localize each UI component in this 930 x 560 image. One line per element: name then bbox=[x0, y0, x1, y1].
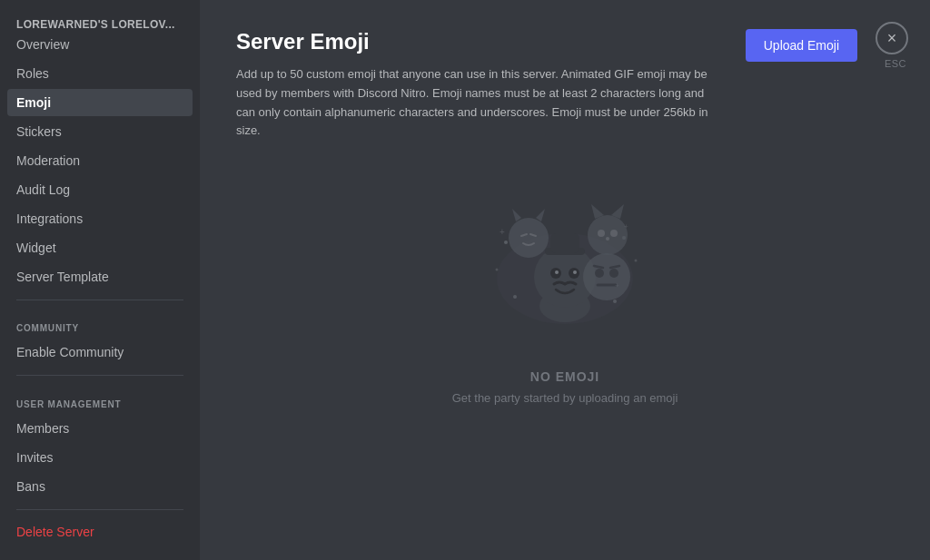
empty-subtitle: Get the party started by uploading an em… bbox=[452, 391, 678, 405]
sidebar-item-delete-server[interactable]: Delete Server bbox=[7, 518, 193, 545]
sidebar-item-audit-log[interactable]: Audit Log bbox=[7, 176, 193, 203]
svg-marker-8 bbox=[512, 209, 521, 221]
svg-point-1 bbox=[504, 241, 508, 244]
esc-label: ESC bbox=[885, 58, 906, 69]
svg-point-26 bbox=[583, 253, 630, 300]
emoji-svg: + + + bbox=[474, 170, 656, 351]
svg-point-27 bbox=[595, 269, 604, 278]
empty-title: NO EMOJI bbox=[530, 369, 599, 384]
svg-text:+: + bbox=[500, 227, 505, 237]
svg-point-17 bbox=[606, 237, 609, 241]
svg-point-12 bbox=[588, 215, 628, 255]
empty-state: + + + NO EMOJI Get the party started by … bbox=[236, 170, 894, 405]
sidebar: LOREWARNED'S LORELOV... Overview Roles E… bbox=[0, 0, 200, 560]
svg-text:+: + bbox=[624, 222, 628, 231]
sidebar-item-integrations[interactable]: Integrations bbox=[7, 205, 193, 232]
svg-point-5 bbox=[496, 269, 499, 271]
sidebar-item-widget[interactable]: Widget bbox=[7, 234, 193, 261]
sidebar-item-emoji[interactable]: Emoji bbox=[7, 89, 193, 116]
svg-text:+: + bbox=[615, 281, 619, 290]
sidebar-item-members[interactable]: Members bbox=[7, 415, 193, 442]
svg-point-25 bbox=[573, 270, 577, 274]
svg-point-24 bbox=[555, 270, 559, 274]
user-management-section-label: USER MANAGEMENT bbox=[7, 385, 193, 413]
sidebar-item-moderation[interactable]: Moderation bbox=[7, 147, 193, 174]
sidebar-item-overview[interactable]: Overview bbox=[7, 31, 193, 58]
server-name: LOREWARNED'S LORELOV... bbox=[7, 15, 193, 29]
close-button[interactable]: × bbox=[876, 22, 908, 54]
page-description: Add up to 50 custom emoji that anyone ca… bbox=[236, 65, 708, 141]
svg-point-15 bbox=[598, 230, 605, 237]
sidebar-item-bans[interactable]: Bans bbox=[7, 473, 193, 500]
community-section-label: COMMUNITY bbox=[7, 309, 193, 337]
svg-point-6 bbox=[635, 260, 638, 262]
close-icon: × bbox=[887, 29, 897, 48]
main-content: Server Emoji Add up to 50 custom emoji t… bbox=[200, 0, 930, 560]
svg-point-16 bbox=[610, 230, 618, 237]
svg-point-4 bbox=[613, 300, 617, 303]
sidebar-item-roles[interactable]: Roles bbox=[7, 60, 193, 87]
svg-point-3 bbox=[513, 295, 517, 299]
sidebar-item-enable-community[interactable]: Enable Community bbox=[7, 339, 193, 366]
svg-marker-9 bbox=[536, 209, 545, 221]
sidebar-item-invites[interactable]: Invites bbox=[7, 444, 193, 471]
sidebar-item-server-template[interactable]: Server Template bbox=[7, 263, 193, 290]
upload-emoji-button[interactable]: Upload Emoji bbox=[746, 29, 857, 62]
sidebar-item-stickers[interactable]: Stickers bbox=[7, 118, 193, 145]
emoji-illustration: + + + bbox=[474, 170, 656, 351]
svg-point-7 bbox=[509, 218, 549, 258]
svg-point-28 bbox=[609, 269, 618, 278]
svg-rect-21 bbox=[550, 233, 579, 253]
